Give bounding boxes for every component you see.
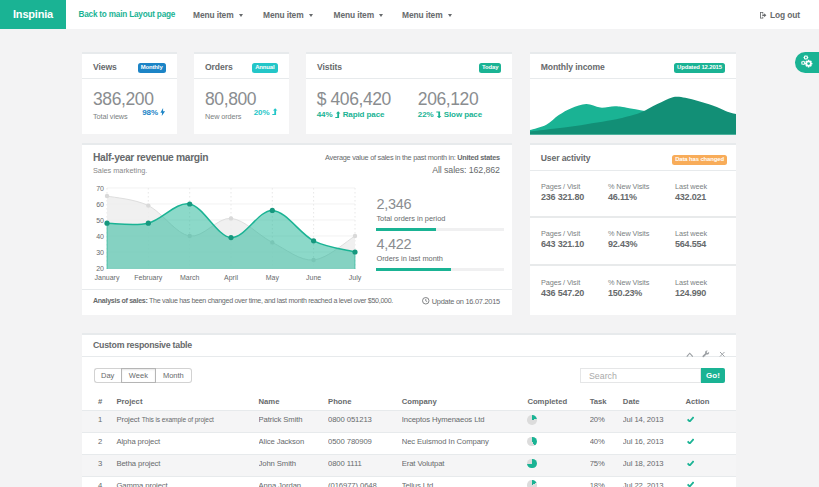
svg-text:April: April — [224, 273, 238, 281]
svg-text:60: 60 — [96, 200, 104, 207]
svg-text:March: March — [180, 273, 200, 280]
svg-text:40: 40 — [96, 232, 104, 239]
svg-text:June: June — [306, 273, 321, 280]
svg-text:20: 20 — [96, 264, 104, 271]
svg-text:February: February — [134, 273, 163, 281]
svg-text:July: July — [349, 273, 362, 281]
svg-text:May: May — [266, 273, 280, 281]
svg-text:30: 30 — [96, 248, 104, 255]
svg-text:January: January — [95, 273, 120, 281]
svg-text:50: 50 — [96, 216, 104, 223]
svg-text:70: 70 — [96, 184, 104, 191]
